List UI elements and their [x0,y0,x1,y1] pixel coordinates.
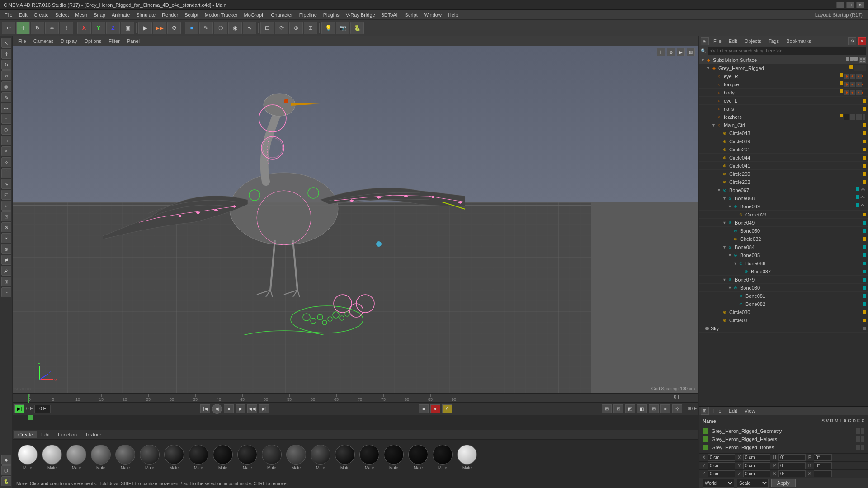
tool-knife[interactable]: ✂ [1,233,11,243]
toolbar-rotate[interactable]: ↻ [31,22,44,34]
minimize-button[interactable]: ─ [836,2,844,8]
vc-move[interactable]: ✛ [657,48,665,56]
material-item-17[interactable]: Mate [431,445,454,474]
obj-mgr-icon[interactable]: ⊞ [701,37,709,45]
obj-row-bone087[interactable]: ⊗ Bone087 [699,267,868,276]
tool-rotate[interactable]: ↻ [1,60,11,70]
obj-search-input[interactable] [708,47,866,55]
menu-snap[interactable]: Snap [91,11,108,19]
toolbar-camera[interactable]: 📷 [336,22,349,34]
obj-row-bone084[interactable]: ▼ ⊗ Bone084 [699,243,868,251]
obj-tab-edit[interactable]: Edit [726,38,740,45]
coord-system-select[interactable]: World Object Camera [703,479,734,488]
timeline-tracks[interactable] [13,415,698,430]
obj-row-circle029[interactable]: ⊕ Circle029 [699,211,868,219]
obj-row-circle044[interactable]: ⊕ Circle044 [699,154,868,162]
tab-edit[interactable]: Edit [38,431,53,438]
attr-obj-bones[interactable]: Grey_Heron_Rigged_Bones [703,443,864,451]
menu-create[interactable]: Create [31,11,52,19]
vtab-options[interactable]: Options [80,38,105,45]
menu-animate[interactable]: Animate [109,11,132,19]
tool-align[interactable]: ⊡ [1,211,11,221]
material-item-5[interactable]: Mate [138,445,161,474]
menu-select[interactable]: Select [52,11,72,19]
frame-input[interactable] [34,405,51,413]
obj-mgr-close[interactable]: ✕ [858,37,866,45]
obj-tab-bookmarks[interactable]: Bookmarks [783,38,814,45]
tc-start[interactable]: ▶| [14,404,24,413]
apply-button[interactable]: Apply [771,479,796,487]
tc-icons7[interactable]: ⊹ [672,404,682,413]
tool-bottom3[interactable]: 🐍 [1,476,11,486]
obj-row-bone067[interactable]: ▼ ⊗ Bone067 [699,186,868,194]
menu-simulate[interactable]: Simulate [133,11,158,19]
maximize-button[interactable]: □ [846,2,854,8]
obj-row-circle031[interactable]: ⊕ Circle031 [699,316,868,324]
material-item-13[interactable]: Mate [334,445,356,474]
tool-live[interactable]: ◎ [1,81,11,91]
tc-last[interactable]: ▶| [259,404,269,413]
s-input-placeholder[interactable] [814,470,832,477]
obj-row-main-ctrl[interactable]: ▼ ○ Main_Ctrl [699,121,868,129]
tool-weld[interactable]: ⊗ [1,222,11,232]
vtab-filter[interactable]: Filter [105,38,123,45]
obj-row-grey-heron[interactable]: ▼ ◈ Grey_Heron_Rigged [699,64,868,72]
x-input2[interactable] [743,454,770,461]
tool-extras[interactable]: ⋯ [1,287,11,297]
obj-row-bone081[interactable]: ⊗ Bone081 [699,292,868,300]
attr-obj-geometry[interactable]: Grey_Heron_Rigged_Geometry [703,427,864,435]
menu-mesh[interactable]: Mesh [72,11,90,19]
material-item-7[interactable]: Mate [187,445,210,474]
obj-row-circle041[interactable]: ⊕ Circle041 [699,162,868,170]
obj-row-bone080[interactable]: ▼ ⊗ Bone080 [699,284,868,292]
tc-play-back[interactable]: ◀◀ [247,404,257,413]
toolbar-cube[interactable]: ■ [185,22,198,34]
menu-window[interactable]: Window [421,11,444,19]
tool-bend[interactable]: ⌒ [1,168,11,178]
menu-render[interactable]: Render [159,11,181,19]
toolbar-python[interactable]: 🐍 [350,22,364,34]
b-input[interactable] [778,470,806,477]
tc-stop[interactable]: ■ [224,404,234,413]
obj-row-bone050[interactable]: ⊗ Bone050 [699,227,868,235]
menu-mograph[interactable]: MoGraph [241,11,267,19]
menu-pipeline[interactable]: Pipeline [297,11,320,19]
toolbar-y[interactable]: Y [92,22,105,34]
tc-icons[interactable]: ⊞ [602,404,612,413]
tc-auto-key[interactable]: A [442,404,452,413]
tc-icons6[interactable]: ≡ [660,404,670,413]
obj-tab-file[interactable]: File [711,38,724,45]
tool-sculpt2[interactable]: 🖌 [1,266,11,276]
p-input[interactable] [778,462,806,469]
obj-row-tongue[interactable]: ○ tongue [699,80,868,89]
tool-move[interactable]: ✛ [1,49,11,59]
toolbar-symmetry[interactable]: ⊞ [304,22,317,34]
obj-row-circle200[interactable]: ⊕ Circle200 [699,170,868,178]
close-button[interactable]: ✕ [856,2,864,8]
tab-function[interactable]: Function [54,431,80,438]
obj-row-subdivision-surface[interactable]: ▼ ◆ Subdivision Surface [699,56,868,64]
tool-bridge[interactable]: ⇌ [1,255,11,265]
tool-twist[interactable]: ∿ [1,179,11,189]
obj-row-eye-r[interactable]: ○ eye_R [699,72,868,80]
menu-help[interactable]: Help [445,11,461,19]
tool-loop[interactable]: ⊕ [1,244,11,254]
obj-row-bone069[interactable]: ▼ ⊗ Bone069 [699,202,868,211]
toolbar-z[interactable]: Z [106,22,120,34]
toolbar-render[interactable]: ▶▶ [153,22,166,34]
attr-tab-edit[interactable]: Edit [726,407,740,414]
obj-row-circle032[interactable]: ⊕ Circle032 [699,235,868,243]
menu-sculpt[interactable]: Sculpt [182,11,201,19]
obj-row-bone082[interactable]: ⊗ Bone082 [699,300,868,308]
tool-snap[interactable]: ⊹ [1,157,11,167]
menu-file[interactable]: File [2,11,15,19]
tc-play[interactable]: ▶ [236,404,245,413]
viewport[interactable]: Perspective [13,46,698,393]
material-item-3[interactable]: Mate [90,445,112,474]
scale-select[interactable]: Scale [737,479,769,488]
tool-obj[interactable]: □ [1,136,11,145]
tool-ruler[interactable]: ⌖ [1,146,11,156]
toolbar-select[interactable]: ⊹ [60,22,73,34]
material-item-0[interactable]: Mate [16,445,39,474]
material-item-9[interactable]: Mate [236,445,259,474]
